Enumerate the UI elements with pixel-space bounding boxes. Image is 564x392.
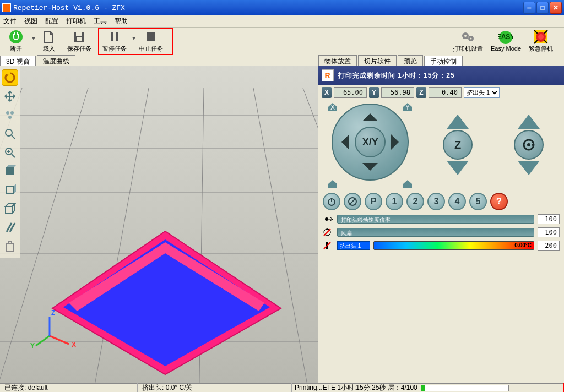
zoom-button[interactable] (2, 126, 18, 142)
svg-rect-50 (6, 206, 12, 213)
menu-config[interactable]: 配置 (45, 17, 58, 26)
extruder-gear-icon[interactable] (514, 130, 544, 160)
menu-view[interactable]: 视图 (24, 17, 37, 26)
plug-icon (9, 30, 23, 44)
speed-icon (323, 215, 334, 224)
iso-view-button[interactable] (2, 200, 18, 217)
svg-point-40 (6, 129, 12, 136)
pause-icon (107, 30, 122, 44)
control-pads: X Y X/Y Z (318, 100, 564, 190)
svg-line-43 (12, 154, 15, 157)
cmd-5-button[interactable]: 5 (469, 193, 487, 210)
status-printing: Printing...ETE 1小时:15分:25秒 层：4/100 (295, 383, 417, 392)
extruder-temp-value[interactable] (538, 241, 560, 251)
front-view-button[interactable] (2, 182, 18, 198)
svg-point-10 (470, 37, 472, 39)
speed-slider[interactable]: 打印头移动速度倍率 (337, 215, 534, 224)
print-time-banner: R 打印完成剩余时间 1小时：15分：25 (318, 66, 564, 85)
svg-marker-52 (12, 204, 15, 213)
toolbar: 断开 ▾ 载入 保存任务 暂停任务 ▾ 中止任务 打 (0, 28, 564, 55)
app-icon (2, 3, 11, 12)
svg-rect-48 (6, 186, 14, 194)
y-plus-button[interactable] (362, 106, 378, 121)
svg-line-62 (350, 199, 355, 204)
z-pad: Z (436, 104, 480, 186)
easy-mode-button[interactable]: EASY Easy Mode (490, 29, 522, 53)
svg-text:EASY: EASY (498, 33, 513, 41)
save-icon (72, 30, 86, 44)
maximize-button[interactable]: □ (536, 2, 549, 14)
right-tabstrip: 物体放置 切片软件 预览 手动控制 (318, 55, 564, 66)
stop-button[interactable]: 中止任务 (138, 29, 164, 54)
power-button[interactable] (323, 193, 340, 210)
cmd-4-button[interactable]: 4 (448, 193, 466, 210)
y-minus-button[interactable] (362, 163, 378, 178)
svg-text:Z: Z (51, 309, 55, 317)
extruder-select[interactable]: 挤出头 1 (464, 87, 500, 98)
fan-value[interactable] (538, 227, 560, 237)
menu-help[interactable]: 帮助 (115, 17, 128, 26)
file-icon (42, 30, 56, 44)
estop-icon (534, 30, 548, 44)
extrude-button[interactable] (518, 161, 540, 186)
disconnect-button[interactable]: 断开 (4, 29, 28, 54)
tab-3d-view[interactable]: 3D 视窗 (0, 56, 36, 66)
dropdown-icon[interactable]: ▾ (132, 34, 137, 42)
minimize-button[interactable]: ‒ (523, 2, 535, 14)
fan-slider[interactable]: 风扇 (337, 228, 534, 237)
tab-object-placement[interactable]: 物体放置 (318, 55, 357, 66)
z-plus-button[interactable] (447, 104, 469, 129)
motors-off-button[interactable] (344, 193, 361, 210)
x-value[interactable]: 65.00 (334, 87, 367, 98)
park-button[interactable]: P (365, 193, 382, 210)
z-value[interactable]: 0.40 (429, 87, 462, 98)
parallel-lines-button[interactable] (2, 219, 18, 236)
trash-button[interactable] (2, 238, 18, 254)
close-button[interactable]: ✕ (550, 2, 562, 14)
tab-preview[interactable]: 预览 (398, 55, 423, 66)
load-button[interactable]: 载入 (37, 29, 61, 54)
dropdown-icon[interactable]: ▾ (32, 34, 36, 42)
tab-manual-control[interactable]: 手动控制 (424, 56, 463, 66)
stop-icon (144, 30, 158, 44)
x-plus-button[interactable] (391, 134, 406, 150)
gear-icon (460, 30, 475, 44)
save-button[interactable]: 保存任务 (66, 29, 93, 54)
viewport-3d[interactable]: X Y Z (0, 66, 318, 383)
rotate-view-button[interactable] (2, 69, 18, 86)
emergency-stop-button[interactable]: 紧急停机 (528, 29, 554, 54)
menu-file[interactable]: 文件 (3, 17, 17, 26)
zoom-fit-button[interactable] (2, 144, 18, 161)
top-view-button[interactable] (2, 163, 18, 179)
extruder-temp-label: 挤出头 1 (337, 241, 370, 250)
cmd-3-button[interactable]: 3 (427, 193, 445, 210)
move-view-button[interactable] (2, 88, 18, 105)
svg-marker-49 (14, 184, 16, 194)
cmd-1-button[interactable]: 1 (386, 193, 403, 210)
z-label: Z (416, 87, 426, 98)
z-minus-button[interactable] (447, 161, 469, 186)
cmd-2-button[interactable]: 2 (406, 193, 424, 210)
printer-settings-button[interactable]: 打印机设置 (452, 29, 484, 54)
help-button[interactable]: ? (490, 193, 508, 210)
menu-printer[interactable]: 打印机 (66, 17, 86, 26)
extrude-retract-button[interactable] (518, 104, 540, 129)
pause-button[interactable]: 暂停任务 (101, 29, 128, 54)
tab-temp-curve[interactable]: 温度曲线 (37, 55, 75, 66)
z-center-label: Z (443, 130, 473, 160)
svg-rect-4 (111, 32, 113, 41)
y-value[interactable]: 56.98 (381, 87, 414, 98)
menu-tools[interactable]: 工具 (94, 17, 107, 26)
extruder-temp-slider[interactable]: 0.00°C (373, 241, 534, 250)
tab-slicer[interactable]: 切片软件 (358, 55, 397, 66)
move-object-button[interactable] (2, 107, 18, 123)
heater-icon (323, 241, 334, 250)
left-tabstrip: 3D 视窗 温度曲线 (0, 55, 318, 66)
svg-point-63 (325, 217, 328, 221)
svg-rect-3 (77, 37, 82, 41)
speed-value[interactable] (538, 214, 560, 224)
window-title: Repetier-Host V1.0.6 - ZFX (13, 4, 522, 12)
status-bar: 已连接: default 挤出头: 0.0° C/关 Printing...ET… (0, 383, 564, 392)
svg-point-39 (8, 116, 12, 119)
x-minus-button[interactable] (334, 134, 349, 150)
